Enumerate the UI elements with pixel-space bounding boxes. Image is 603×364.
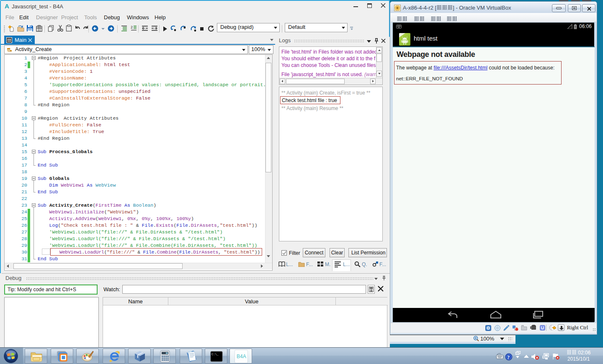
svg-text:C:\_: C:\_	[211, 353, 219, 356]
svg-text:2: 2	[131, 25, 133, 29]
svg-text:?: ?	[507, 354, 510, 360]
